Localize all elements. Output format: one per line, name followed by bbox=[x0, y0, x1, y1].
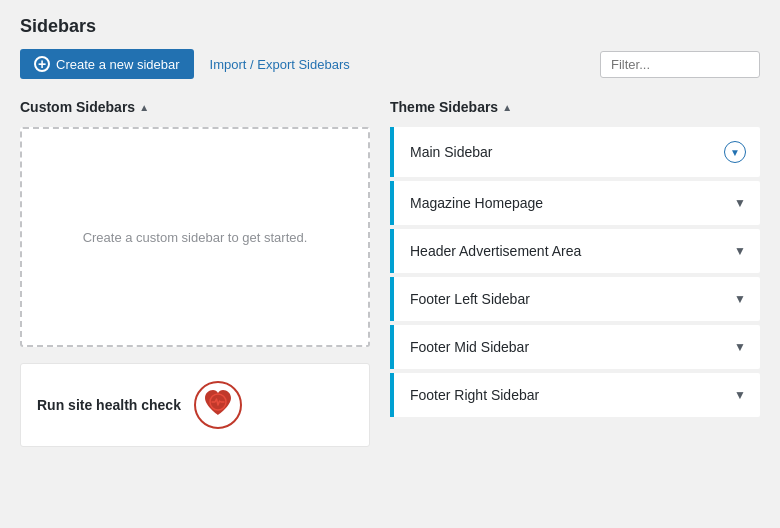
theme-sidebars-list: Main Sidebar▼Magazine Homepage▼Header Ad… bbox=[390, 127, 760, 417]
theme-sidebars-title: Theme Sidebars bbox=[390, 99, 498, 115]
theme-sidebar-item[interactable]: Magazine Homepage▼ bbox=[390, 181, 760, 225]
dropdown-icon: ▼ bbox=[734, 244, 746, 258]
custom-sidebars-title: Custom Sidebars bbox=[20, 99, 135, 115]
theme-sidebar-item[interactable]: Footer Right Sidebar▼ bbox=[390, 373, 760, 417]
custom-sidebar-empty-text: Create a custom sidebar to get started. bbox=[83, 230, 308, 245]
filter-input[interactable] bbox=[600, 51, 760, 78]
page-title: Sidebars bbox=[20, 16, 760, 37]
custom-sidebars-column: Custom Sidebars ▲ Create a custom sideba… bbox=[20, 99, 390, 447]
toolbar: + Create a new sidebar Import / Export S… bbox=[20, 49, 760, 79]
theme-sidebar-name: Header Advertisement Area bbox=[410, 243, 581, 259]
theme-sidebar-name: Main Sidebar bbox=[410, 144, 493, 160]
site-health-title: Run site health check bbox=[37, 397, 181, 413]
dropdown-icon: ▼ bbox=[734, 388, 746, 402]
theme-sidebar-name: Magazine Homepage bbox=[410, 195, 543, 211]
theme-sidebars-arrow: ▲ bbox=[502, 102, 512, 113]
custom-sidebar-empty-state: Create a custom sidebar to get started. bbox=[20, 127, 370, 347]
site-health-card[interactable]: Run site health check bbox=[20, 363, 370, 447]
health-icon bbox=[193, 380, 243, 430]
theme-sidebar-item[interactable]: Header Advertisement Area▼ bbox=[390, 229, 760, 273]
theme-sidebar-name: Footer Right Sidebar bbox=[410, 387, 539, 403]
create-sidebar-button[interactable]: + Create a new sidebar bbox=[20, 49, 194, 79]
plus-icon: + bbox=[34, 56, 50, 72]
theme-sidebar-item[interactable]: Footer Mid Sidebar▼ bbox=[390, 325, 760, 369]
dropdown-icon: ▼ bbox=[734, 340, 746, 354]
theme-sidebar-item[interactable]: Footer Left Sidebar▼ bbox=[390, 277, 760, 321]
dropdown-icon: ▼ bbox=[734, 196, 746, 210]
custom-sidebars-arrow: ▲ bbox=[139, 102, 149, 113]
theme-sidebar-name: Footer Mid Sidebar bbox=[410, 339, 529, 355]
page-wrapper: Sidebars + Create a new sidebar Import /… bbox=[0, 0, 780, 463]
theme-sidebar-name: Footer Left Sidebar bbox=[410, 291, 530, 307]
site-health-content: Run site health check bbox=[37, 397, 181, 413]
dropdown-icon: ▼ bbox=[724, 141, 746, 163]
create-sidebar-label: Create a new sidebar bbox=[56, 57, 180, 72]
import-export-link[interactable]: Import / Export Sidebars bbox=[210, 57, 350, 72]
custom-sidebars-heading: Custom Sidebars ▲ bbox=[20, 99, 370, 115]
theme-sidebars-heading: Theme Sidebars ▲ bbox=[390, 99, 760, 115]
dropdown-icon: ▼ bbox=[734, 292, 746, 306]
columns-container: Custom Sidebars ▲ Create a custom sideba… bbox=[20, 99, 760, 447]
theme-sidebar-item[interactable]: Main Sidebar▼ bbox=[390, 127, 760, 177]
theme-sidebars-column: Theme Sidebars ▲ Main Sidebar▼Magazine H… bbox=[390, 99, 760, 421]
